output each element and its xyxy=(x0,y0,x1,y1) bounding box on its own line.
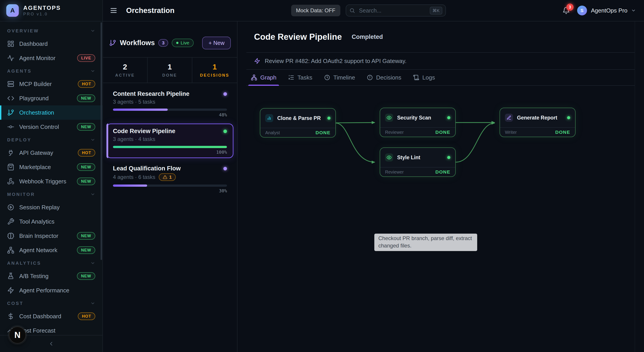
status-dot xyxy=(224,167,227,171)
workflows-panel: Workflows 3 Live + New 2 ACTIVE 1 DONE 1… xyxy=(103,21,238,352)
sidebar-item-label: Marketplace xyxy=(19,164,72,171)
list-ordered-icon xyxy=(288,74,294,81)
node-role: Reviewer xyxy=(385,130,404,135)
node-role: Reviewer xyxy=(385,170,404,175)
stat-active: 2 ACTIVE xyxy=(103,58,148,83)
sidebar-item-mcp-builder[interactable]: MCP Builder HOT xyxy=(0,77,102,91)
sidebar-item-version-control[interactable]: Version Control NEW xyxy=(0,120,102,134)
shopping-bag-icon xyxy=(7,164,14,171)
menu-icon[interactable] xyxy=(110,6,118,14)
sidebar-scrollbar[interactable] xyxy=(100,22,102,260)
sidebar-item-label: Webhook Triggers xyxy=(19,178,72,185)
section-label: OVERVIEW xyxy=(7,28,39,33)
workflow-detail-header: Code Review Pipeline Completed xyxy=(246,21,635,53)
tab-decisions[interactable]: Decisions xyxy=(367,70,402,85)
sidebar-item-tool-analytics[interactable]: Tool Analytics xyxy=(0,214,102,229)
sidebar-item-label: Cost Dashboard xyxy=(19,313,73,320)
chevron-left-icon xyxy=(48,341,54,347)
play-circle-icon xyxy=(7,204,14,211)
sidebar-item-label: Orchestration xyxy=(19,109,95,116)
sidebar-item-session-replay[interactable]: Session Replay xyxy=(0,200,102,214)
node-tooltip: Checkout PR branch, parse diff, extract … xyxy=(374,234,477,251)
search-input[interactable] xyxy=(358,7,427,14)
tab-tasks[interactable]: Tasks xyxy=(288,70,312,85)
zap-icon xyxy=(7,287,14,294)
brand-logo: A xyxy=(6,4,19,17)
graph-node-generate-report[interactable]: Generate Report Writer DONE xyxy=(500,108,576,137)
sidebar-item-label: A/B Testing xyxy=(19,273,72,280)
sidebar-item-label: Playground xyxy=(19,95,72,102)
section-agents[interactable]: AGENTS xyxy=(0,65,102,77)
sidebar-item-ab-testing[interactable]: A/B Testing NEW xyxy=(0,269,102,283)
progress-fill xyxy=(113,184,147,187)
sidebar-item-agent-monitor[interactable]: Agent Monitor LIVE xyxy=(0,51,102,65)
tab-logs[interactable]: Logs xyxy=(413,70,435,85)
scroll-icon xyxy=(413,74,419,81)
nextjs-dev-badge[interactable]: N xyxy=(9,327,26,344)
git-branch-icon xyxy=(109,39,116,46)
sidebar-item-webhook-triggers[interactable]: Webhook Triggers NEW xyxy=(0,174,102,188)
section-label: ANALYTICS xyxy=(7,261,41,266)
chevron-down-icon xyxy=(90,261,95,266)
sidebar-item-label: Dashboard xyxy=(19,40,95,47)
tab-timeline[interactable]: Timeline xyxy=(324,70,355,85)
sidebar-item-label: Cost Forecast xyxy=(19,327,95,334)
section-label: COST xyxy=(7,301,24,306)
sidebar-item-marketplace[interactable]: Marketplace NEW xyxy=(0,160,102,174)
workflow-card-content-research[interactable]: Content Research Pipeline 3 agents · 5 t… xyxy=(106,86,234,121)
graph-node-clone-parse-pr[interactable]: Clone & Parse PR Analyst DONE xyxy=(260,108,336,138)
stat-value: 2 xyxy=(123,63,127,71)
stat-done: 1 DONE xyxy=(148,58,192,83)
section-overview[interactable]: OVERVIEW xyxy=(0,25,102,37)
section-deploy[interactable]: DEPLOY xyxy=(0,134,102,146)
progress-percent: 48% xyxy=(113,112,227,118)
workflow-graph-canvas[interactable]: Clone & Parse PR Analyst DONE Security S… xyxy=(238,86,644,352)
chevron-down-icon xyxy=(90,192,95,197)
mock-data-toggle[interactable]: Mock Data: OFF xyxy=(291,5,340,16)
sidebar-item-playground[interactable]: Playground NEW xyxy=(0,91,102,105)
workflow-name: Code Review Pipeline xyxy=(113,128,175,135)
section-monitor[interactable]: MONITOR xyxy=(0,188,102,200)
node-title: Security Scan xyxy=(397,115,443,121)
workflow-card-code-review[interactable]: Code Review Pipeline 3 agents · 4 tasks … xyxy=(106,124,234,158)
sidebar-item-agent-network[interactable]: Agent Network NEW xyxy=(0,243,102,257)
section-cost[interactable]: COST xyxy=(0,298,102,309)
workflow-meta: 4 agents · 6 tasks 1 xyxy=(113,173,227,181)
graph-node-style-lint[interactable]: Style Lint Reviewer DONE xyxy=(380,147,456,177)
new-workflow-button[interactable]: + New xyxy=(202,37,231,49)
workflows-count-badge: 3 xyxy=(158,39,168,47)
search-box[interactable]: ⌘K xyxy=(346,4,446,16)
sidebar-item-api-gateway[interactable]: API Gateway HOT xyxy=(0,146,102,160)
graph-node-security-scan[interactable]: Security Scan Reviewer DONE xyxy=(380,108,456,137)
workflows-header: Workflows 3 Live + New xyxy=(103,21,237,57)
tab-graph[interactable]: Graph xyxy=(251,70,276,85)
git-branch-icon xyxy=(7,109,14,116)
workflow-name: Lead Qualification Flow xyxy=(113,165,181,172)
node-role: Writer xyxy=(505,130,517,135)
workflow-description: Review PR #482: Add OAuth2 support to AP… xyxy=(246,53,635,70)
stat-value: 1 xyxy=(168,63,172,71)
sidebar-item-cost-dashboard[interactable]: Cost Dashboard HOT xyxy=(0,309,102,323)
search-icon xyxy=(349,7,355,13)
sidebar-item-label: Tool Analytics xyxy=(19,218,95,225)
bar-chart-icon xyxy=(265,114,273,122)
workflow-card-lead-qualification[interactable]: Lead Qualification Flow 4 agents · 6 tas… xyxy=(106,161,234,197)
sidebar-item-dashboard[interactable]: Dashboard xyxy=(0,37,102,51)
sidebar-item-brain-inspector[interactable]: Brain Inspector NEW xyxy=(0,229,102,243)
dashboard-icon xyxy=(7,40,14,47)
progress-fill xyxy=(113,146,227,148)
node-status-dot xyxy=(447,116,450,119)
chevron-down-icon[interactable] xyxy=(631,8,636,13)
brain-icon xyxy=(7,232,14,239)
user-name[interactable]: AgentOps Pro xyxy=(591,7,628,14)
sidebar-item-orchestration[interactable]: Orchestration xyxy=(0,105,102,120)
detail-tabs: Graph Tasks Timeline Decisions Logs xyxy=(246,70,635,86)
notifications-button[interactable]: 3 xyxy=(562,7,570,14)
pen-icon xyxy=(505,114,513,122)
live-status-badge: Live xyxy=(172,39,194,47)
sidebar-item-agent-performance[interactable]: Agent Performance xyxy=(0,283,102,298)
user-avatar[interactable]: S xyxy=(577,5,587,15)
workflow-meta: 3 agents · 4 tasks xyxy=(113,136,227,142)
section-analytics[interactable]: ANALYTICS xyxy=(0,257,102,269)
workflow-list: Content Research Pipeline 3 agents · 5 t… xyxy=(103,83,237,200)
